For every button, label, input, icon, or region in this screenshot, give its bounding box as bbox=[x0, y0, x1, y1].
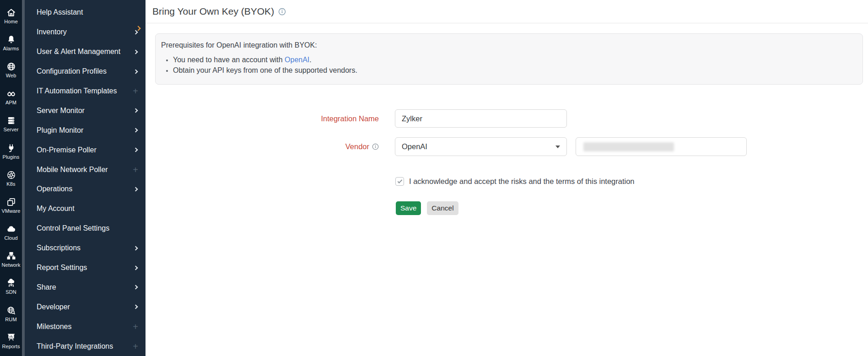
rail-label: Cloud bbox=[4, 235, 17, 241]
chevron-right-icon bbox=[134, 187, 138, 192]
save-button[interactable]: Save bbox=[396, 201, 421, 215]
plus-icon: + bbox=[133, 342, 138, 351]
sidebar-item-my-account[interactable]: My Account+ bbox=[25, 199, 146, 219]
api-key-input[interactable] bbox=[576, 137, 747, 156]
sidebar-item-mobile-network-poller[interactable]: Mobile Network Poller+ bbox=[25, 160, 146, 179]
sidebar-item-report-settings[interactable]: Report Settings+ bbox=[25, 258, 146, 278]
globe-magnifier-icon bbox=[6, 306, 16, 315]
chevron-right-icon bbox=[134, 265, 138, 270]
sidebar-item-inventory[interactable]: Inventory+ bbox=[25, 22, 146, 42]
form-actions: Save Cancel bbox=[396, 201, 868, 215]
chevron-right-icon bbox=[134, 305, 138, 309]
main-content: Bring Your Own Key (BYOK) Prerequisites … bbox=[146, 0, 868, 356]
rail-item-network[interactable]: Network bbox=[0, 246, 22, 273]
globe-icon bbox=[6, 62, 16, 71]
rail-item-web[interactable]: Web bbox=[0, 56, 22, 83]
rail-label: VMware bbox=[2, 208, 21, 214]
network-topology-icon bbox=[6, 251, 16, 261]
sidebar: Help Assistant+ Inventory+ User & Alert … bbox=[25, 0, 146, 356]
chevron-right-icon bbox=[134, 49, 138, 54]
rail-item-server[interactable]: Server bbox=[0, 111, 22, 138]
icon-rail: Home Alarms Web APM Server Plugins K8s bbox=[0, 0, 22, 356]
cancel-button[interactable]: Cancel bbox=[427, 201, 458, 215]
rail-label: Home bbox=[4, 19, 18, 24]
vendor-dropdown[interactable]: OpenAI bbox=[395, 137, 567, 156]
rail-label: Network bbox=[1, 262, 20, 268]
home-icon bbox=[6, 8, 16, 17]
chevron-right-icon bbox=[134, 69, 138, 74]
chevron-right-icon bbox=[134, 108, 138, 113]
rail-label: K8s bbox=[6, 181, 15, 187]
rail-label: Alarms bbox=[3, 46, 19, 51]
rail-label: SDN bbox=[5, 289, 16, 295]
sidebar-item-plugin-monitor[interactable]: Plugin Monitor+ bbox=[25, 120, 146, 140]
chevron-right-icon bbox=[134, 128, 138, 133]
layered-squares-icon bbox=[6, 197, 16, 207]
server-icon bbox=[6, 116, 16, 125]
sidebar-item-developer[interactable]: Developer+ bbox=[25, 297, 146, 317]
rail-item-alarms[interactable]: Alarms bbox=[0, 29, 22, 56]
redacted-api-key-value bbox=[583, 142, 674, 151]
byok-form: Integration Name Vendor OpenAI bbox=[146, 109, 868, 215]
rail-item-rum[interactable]: RUM bbox=[0, 300, 22, 327]
integration-name-row: Integration Name bbox=[146, 109, 868, 128]
info-icon[interactable] bbox=[278, 8, 286, 16]
plus-icon: + bbox=[133, 322, 138, 331]
vendor-label: Vendor bbox=[146, 142, 379, 151]
sdn-cloud-icon bbox=[6, 278, 16, 288]
sidebar-item-subscriptions[interactable]: Subscriptions+ bbox=[25, 238, 146, 258]
chevron-right-icon bbox=[134, 285, 138, 290]
rail-label: APM bbox=[5, 100, 16, 105]
rail-item-apm[interactable]: APM bbox=[0, 84, 22, 111]
prerequisites-heading: Prerequisites for OpenAI integration wit… bbox=[161, 41, 856, 49]
sidebar-item-operations[interactable]: Operations+ bbox=[25, 179, 146, 199]
page-header: Bring Your Own Key (BYOK) bbox=[146, 0, 868, 23]
integration-name-input[interactable] bbox=[395, 109, 567, 128]
sidebar-item-server-monitor[interactable]: Server Monitor+ bbox=[25, 101, 146, 120]
rail-item-home[interactable]: Home bbox=[0, 2, 22, 29]
sidebar-item-user-alert-management[interactable]: User & Alert Management+ bbox=[25, 42, 146, 62]
rail-label: Server bbox=[4, 127, 19, 132]
rail-item-k8s[interactable]: K8s bbox=[0, 165, 22, 192]
rail-label: RUM bbox=[5, 317, 16, 322]
binoculars-icon bbox=[6, 89, 16, 98]
rail-label: Reports bbox=[2, 344, 20, 349]
plug-icon bbox=[6, 143, 16, 153]
caret-down-icon bbox=[555, 146, 560, 148]
report-board-icon bbox=[6, 333, 16, 342]
rail-item-cloud[interactable]: Cloud bbox=[0, 219, 22, 246]
acknowledgement-checkbox[interactable] bbox=[395, 177, 404, 186]
chevron-right-icon bbox=[134, 148, 138, 152]
openai-link[interactable]: OpenAI bbox=[285, 56, 309, 64]
sidebar-item-control-panel-settings[interactable]: Control Panel Settings+ bbox=[25, 219, 146, 238]
chevron-right-icon bbox=[134, 246, 138, 250]
cloud-icon bbox=[6, 224, 16, 234]
sidebar-item-on-premise-poller[interactable]: On-Premise Poller+ bbox=[25, 140, 146, 160]
rail-item-sdn[interactable]: SDN bbox=[0, 273, 22, 300]
vendor-row: Vendor OpenAI bbox=[146, 137, 868, 156]
prerequisite-item: Obtain your API keys from one of the sup… bbox=[173, 66, 856, 75]
sidebar-item-help-assistant[interactable]: Help Assistant+ bbox=[25, 3, 146, 22]
bell-icon bbox=[6, 35, 16, 44]
sidebar-item-configuration-profiles[interactable]: Configuration Profiles+ bbox=[25, 62, 146, 81]
integration-name-label: Integration Name bbox=[146, 114, 379, 123]
acknowledgement-label[interactable]: I acknowledge and accept the risks and t… bbox=[409, 177, 635, 186]
vendor-dropdown-value: OpenAI bbox=[402, 142, 427, 151]
rail-item-reports[interactable]: Reports bbox=[0, 327, 22, 354]
acknowledgement-row: I acknowledge and accept the risks and t… bbox=[395, 177, 868, 186]
sidebar-item-it-automation-templates[interactable]: IT Automation Templates+ bbox=[25, 81, 146, 101]
rail-item-plugins[interactable]: Plugins bbox=[0, 138, 22, 165]
sidebar-expand-toggle[interactable] bbox=[136, 26, 142, 32]
sidebar-item-share[interactable]: Share+ bbox=[25, 277, 146, 297]
info-icon[interactable] bbox=[372, 143, 379, 150]
checkmark-icon bbox=[397, 178, 402, 183]
sidebar-item-milestones[interactable]: Milestones+ bbox=[25, 317, 146, 336]
chevron-right-icon bbox=[135, 26, 140, 31]
rail-item-vmware[interactable]: VMware bbox=[0, 192, 22, 219]
prerequisite-item: You need to have an account with OpenAI. bbox=[173, 56, 856, 64]
plus-icon: + bbox=[133, 165, 138, 174]
sidebar-item-third-party-integrations[interactable]: Third-Party Integrations+ bbox=[25, 336, 146, 356]
rail-label: Web bbox=[6, 73, 16, 78]
rail-label: Plugins bbox=[3, 154, 20, 160]
kubernetes-icon bbox=[6, 170, 16, 180]
